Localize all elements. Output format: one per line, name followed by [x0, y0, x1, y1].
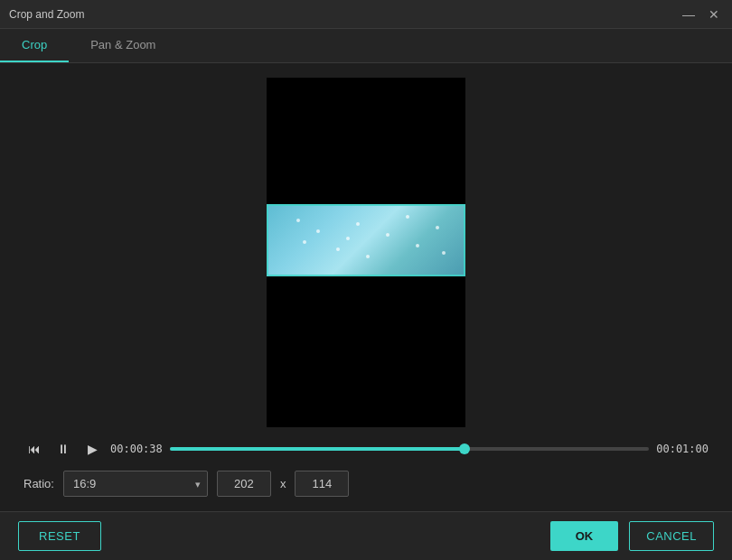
fish-dot	[386, 233, 389, 237]
fish-dot	[356, 222, 360, 226]
fish-dot	[346, 237, 350, 240]
fish-dot	[366, 255, 370, 258]
title-bar: Crop and Zoom — ✕	[0, 0, 732, 29]
step-back-button[interactable]: ⏮	[23, 438, 45, 460]
step-back-icon: ⏮	[28, 442, 41, 456]
tab-pan-zoom[interactable]: Pan & Zoom	[69, 29, 177, 62]
fish-dots	[267, 204, 465, 276]
right-buttons: OK CANCEL	[550, 521, 714, 551]
playback-controls: ⏮ ⏸ ▶ 00:00:38 00:01:00	[14, 438, 718, 460]
main-content: ⏮ ⏸ ▶ 00:00:38 00:01:00 Ratio: 16:9 4:3 …	[0, 63, 732, 511]
fish-dot	[442, 251, 446, 255]
width-input[interactable]	[217, 471, 271, 497]
progress-fill	[170, 447, 465, 451]
fish-dot	[303, 240, 306, 244]
play-button[interactable]: ▶	[81, 438, 103, 460]
fish-dot	[316, 229, 320, 233]
window-title: Crop and Zoom	[9, 8, 84, 21]
ok-button[interactable]: OK	[550, 521, 619, 551]
play-icon: ▶	[88, 442, 98, 456]
pause-button[interactable]: ⏸	[52, 438, 74, 460]
fish-dot	[296, 219, 300, 222]
fish-dot	[436, 226, 439, 229]
ratio-section: Ratio: 16:9 4:3 1:1 9:16 Custom ▾ x	[14, 471, 718, 497]
close-button[interactable]: ✕	[705, 5, 723, 23]
reset-button[interactable]: RESET	[18, 521, 101, 551]
video-black-top	[267, 78, 465, 204]
progress-bar[interactable]	[170, 447, 649, 451]
ratio-label: Ratio:	[23, 477, 54, 490]
fish-dot	[406, 215, 409, 219]
ratio-select-wrapper: 16:9 4:3 1:1 9:16 Custom ▾	[63, 471, 208, 497]
minimize-button[interactable]: —	[680, 5, 698, 23]
title-bar-controls: — ✕	[680, 5, 723, 23]
dimension-separator: x	[280, 477, 286, 490]
ratio-select[interactable]: 16:9 4:3 1:1 9:16 Custom	[63, 471, 208, 497]
pause-icon: ⏸	[57, 442, 70, 456]
bottom-bar: RESET OK CANCEL	[0, 511, 732, 560]
video-black-bottom	[267, 276, 465, 427]
tab-bar: Crop Pan & Zoom	[0, 29, 732, 63]
current-time: 00:00:38	[110, 443, 163, 455]
video-content-band	[267, 204, 465, 276]
fish-dot	[416, 244, 419, 247]
video-preview	[267, 78, 465, 427]
fish-dot	[336, 247, 340, 251]
height-input[interactable]	[295, 471, 349, 497]
end-time: 00:01:00	[656, 443, 709, 455]
progress-thumb[interactable]	[459, 443, 470, 454]
tab-crop[interactable]: Crop	[0, 29, 69, 62]
cancel-button[interactable]: CANCEL	[629, 521, 714, 551]
